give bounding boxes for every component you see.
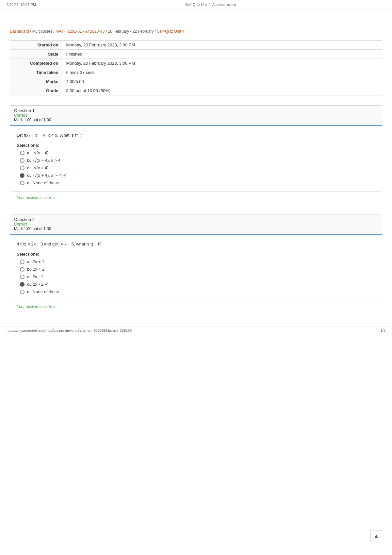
summary-row-completed: Completed on Monday, 20 February 2023, 3… xyxy=(10,59,382,68)
option-letter-2-0: a. xyxy=(27,259,31,264)
summary-label-grade: Grade xyxy=(10,86,62,95)
breadcrumb-sep1: / xyxy=(30,29,32,34)
check-mark-2-3: ✔ xyxy=(45,282,48,287)
option-row-2-3[interactable]: d.2x - 2✔ xyxy=(20,282,375,287)
question-block-1: Question 1 Correct Mark 1.00 out of 1.00… xyxy=(10,105,382,204)
select-one-label-1: Select one: xyxy=(17,143,375,148)
summary-row-marks: Marks 4.00/5.00 xyxy=(10,77,382,86)
option-letter-2-3: d. xyxy=(27,282,31,287)
select-one-label-2: Select one: xyxy=(17,252,375,257)
breadcrumb: Dashboard / My courses / MATH 1201-01 - … xyxy=(10,29,382,34)
radio-circle-2-3 xyxy=(20,282,24,287)
breadcrumb-section: Dashboard / My courses / MATH 1201-01 - … xyxy=(0,9,392,40)
question-text-1: Let f(x) = x² − 4, x < 0. What is f⁻¹? xyxy=(17,133,375,138)
question-label-1: Question 1 xyxy=(14,108,378,113)
summary-value-timetaken: 6 mins 37 secs xyxy=(62,68,382,77)
option-row-2-1[interactable]: b.2x + 2 xyxy=(20,267,375,272)
option-row-1-3[interactable]: d.-√(x + 4), x > -4✔ xyxy=(20,173,375,178)
question-header-2: Question 2 Correct Mark 1.00 out of 1.00 xyxy=(10,214,382,234)
summary-label-completed: Completed on xyxy=(10,59,62,68)
questions-container: Question 1 Correct Mark 1.00 out of 1.00… xyxy=(0,105,392,313)
answer-feedback-2: Your answer is correct. xyxy=(10,300,382,313)
option-row-2-2[interactable]: c.2x - 1 xyxy=(20,274,375,279)
radio-circle-1-4 xyxy=(20,181,24,185)
option-text-1-4: None of these xyxy=(33,180,59,185)
top-bar-datetime: 2/20/23, 10:07 PM xyxy=(7,3,36,7)
top-bar-title: Self-Quiz Unit 4: Attempt review xyxy=(185,3,236,7)
question-mark-1: Mark 1.00 out of 1.00 xyxy=(14,118,378,122)
summary-label-started: Started on xyxy=(10,41,62,50)
breadcrumb-course[interactable]: MATH 1201-01 - AY2023-T3 xyxy=(56,29,105,34)
summary-value-completed: Monday, 20 February 2023, 3:06 PM xyxy=(62,59,382,68)
option-text-2-2: 2x - 1 xyxy=(33,274,43,279)
summary-value-grade: 8.00 out of 10.00 (80%) xyxy=(62,86,382,95)
option-text-2-0: 2x + 1 xyxy=(33,259,44,264)
option-text-2-4: None of these xyxy=(33,289,59,294)
summary-value-started: Monday, 20 February 2023, 3:00 PM xyxy=(62,41,382,50)
question-status-1: Correct xyxy=(14,113,378,118)
option-row-1-0[interactable]: a.-√(x − 4) xyxy=(20,150,375,155)
radio-circle-1-2 xyxy=(20,166,24,170)
summary-label-timetaken: Time taken xyxy=(10,68,62,77)
top-bar: 2/20/23, 10:07 PM Self-Quiz Unit 4: Atte… xyxy=(0,0,392,9)
option-letter-2-1: b. xyxy=(27,267,31,272)
option-letter-1-3: d. xyxy=(27,173,31,178)
option-row-2-0[interactable]: a.2x + 1 xyxy=(20,259,375,264)
bottom-bar: https://my.uopeople.edu/mod/quiz/reviewp… xyxy=(0,326,392,334)
option-row-1-4[interactable]: e.None of these xyxy=(20,180,375,185)
radio-circle-2-1 xyxy=(20,267,24,272)
summary-label-marks: Marks xyxy=(10,77,62,86)
option-text-1-1: -√(x − 4), x > 4 xyxy=(33,158,60,163)
breadcrumb-sep4: / xyxy=(155,29,157,34)
summary-table: Started on Monday, 20 February 2023, 3:0… xyxy=(10,40,382,95)
breadcrumb-mycourses: My courses xyxy=(32,29,52,34)
question-mark-2: Mark 1.00 out of 1.00 xyxy=(14,227,378,231)
summary-row-state: State Finished xyxy=(10,50,382,59)
option-text-1-0: -√(x − 4) xyxy=(33,150,49,155)
question-label-2: Question 2 xyxy=(14,217,378,222)
summary-value-state: Finished xyxy=(62,50,382,59)
radio-circle-1-1 xyxy=(20,158,24,163)
option-letter-1-2: c. xyxy=(27,165,31,170)
radio-circle-1-3 xyxy=(20,173,24,178)
breadcrumb-week: 16 February - 22 February xyxy=(108,29,154,34)
option-text-1-2: -√(x + 4) xyxy=(33,165,49,170)
question-body-1: Let f(x) = x² − 4, x < 0. What is f⁻¹?Se… xyxy=(10,126,382,192)
summary-row-grade: Grade 8.00 out of 10.00 (80%) xyxy=(10,86,382,95)
check-mark-1-3: ✔ xyxy=(63,173,67,178)
radio-circle-1-0 xyxy=(20,151,24,155)
bottom-url[interactable]: https://my.uopeople.edu/mod/quiz/reviewp… xyxy=(7,328,132,332)
question-block-2: Question 2 Correct Mark 1.00 out of 1.00… xyxy=(10,214,382,313)
option-letter-1-1: b. xyxy=(27,158,31,163)
option-text-2-1: 2x + 2 xyxy=(33,267,45,272)
answer-feedback-1: Your answer is correct. xyxy=(10,192,382,204)
summary-row-timetaken: Time taken 6 mins 37 secs xyxy=(10,68,382,77)
summary-row-started: Started on Monday, 20 February 2023, 3:0… xyxy=(10,41,382,50)
option-row-1-1[interactable]: b.-√(x − 4), x > 4 xyxy=(20,158,375,163)
option-letter-2-4: e. xyxy=(27,289,31,294)
radio-circle-2-0 xyxy=(20,260,24,264)
radio-circle-2-2 xyxy=(20,275,24,279)
option-letter-1-4: e. xyxy=(27,180,31,185)
option-text-2-3: 2x - 2 xyxy=(33,282,44,287)
breadcrumb-quiz[interactable]: Self-Quiz Unit 4 xyxy=(157,29,185,34)
option-row-2-4[interactable]: e.None of these xyxy=(20,289,375,294)
radio-circle-2-4 xyxy=(20,290,24,294)
question-status-2: Correct xyxy=(14,222,378,227)
question-header-1: Question 1 Correct Mark 1.00 out of 1.00 xyxy=(10,106,382,125)
question-body-2: If f(x) = 2x + 3 and g(x) = x − 5, what … xyxy=(10,235,382,300)
breadcrumb-dashboard[interactable]: Dashboard xyxy=(10,29,29,34)
option-text-1-3: -√(x + 4), x > -4 xyxy=(33,173,62,178)
summary-value-marks: 4.00/5.00 xyxy=(62,77,382,86)
bottom-page: 1/3 xyxy=(381,328,385,332)
option-row-1-2[interactable]: c.-√(x + 4) xyxy=(20,165,375,170)
summary-label-state: State xyxy=(10,50,62,59)
option-letter-1-0: a. xyxy=(27,150,31,155)
option-letter-2-2: c. xyxy=(27,274,31,279)
question-text-2: If f(x) = 2x + 3 and g(x) = x − 5, what … xyxy=(17,242,375,246)
